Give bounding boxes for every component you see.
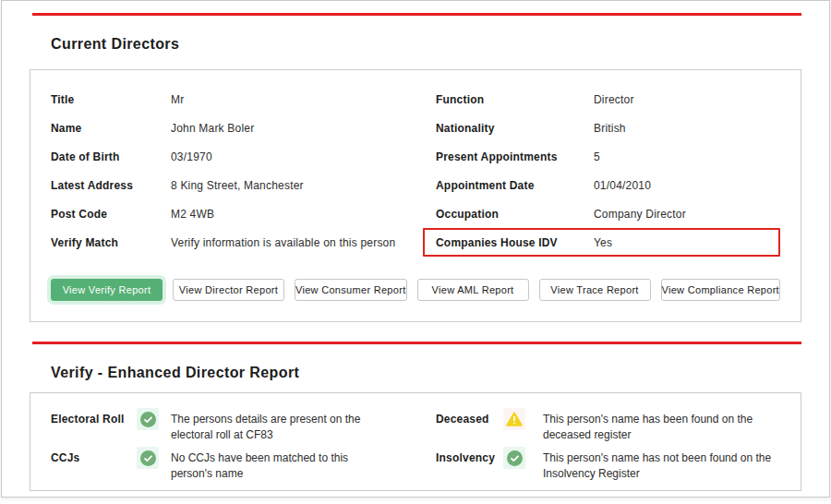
field-label: Nationality: [436, 122, 594, 135]
section-divider: [32, 13, 801, 16]
field-label: Post Code: [51, 208, 171, 221]
field-value: British: [594, 122, 626, 135]
field-label: Name: [51, 122, 171, 135]
field-label: Occupation: [436, 208, 594, 221]
check-text: The persons details are present on the e…: [171, 408, 385, 443]
field-label: Latest Address: [51, 179, 171, 192]
verify-section-title: Verify - Enhanced Director Report: [51, 365, 831, 381]
verify-report-panel: Electoral Roll The persons details are p…: [30, 392, 801, 491]
field-label: Function: [436, 93, 594, 106]
field-label: Present Appointments: [436, 150, 594, 163]
field-value: Director: [594, 93, 634, 106]
field-row-title: Title Mr: [51, 85, 436, 114]
check-label: Electoral Roll: [51, 408, 137, 426]
field-value: Mr: [171, 93, 184, 106]
director-fields: Title Mr Name John Mark Boler Date of Bi…: [51, 85, 780, 257]
field-value: 5: [594, 150, 600, 163]
check-row-electoral-roll: Electoral Roll The persons details are p…: [51, 408, 436, 443]
check-icon: [137, 447, 159, 469]
check-text: This person's name has not been found on…: [543, 447, 781, 482]
page-title: Current Directors: [51, 36, 831, 53]
report-buttons-row: View Verify Report View Director Report …: [51, 279, 780, 301]
field-row-verify-match: Verify Match Verify information is avail…: [51, 228, 436, 257]
checks-column-right: Deceased This person's name has been fou…: [436, 408, 781, 486]
field-row-name: Name John Mark Boler: [51, 114, 436, 142]
verify-checks: Electoral Roll The persons details are p…: [51, 408, 780, 486]
check-label: Insolvency: [436, 447, 503, 464]
field-label: Date of Birth: [51, 150, 171, 163]
check-label: Deceased: [436, 408, 503, 426]
check-label: CCJs: [51, 447, 137, 464]
view-director-report-button[interactable]: View Director Report: [173, 279, 284, 301]
fields-column-right: Function Director Nationality British Pr…: [436, 85, 780, 257]
field-row-occupation: Occupation Company Director: [436, 199, 780, 228]
check-text: This person's name has been found on the…: [543, 408, 781, 443]
check-icon: [137, 408, 159, 430]
field-value: John Mark Boler: [171, 122, 254, 135]
field-value: 03/1970: [171, 150, 212, 163]
field-row-latest-address: Latest Address 8 King Street, Manchester: [51, 171, 436, 199]
field-value: M2 4WB: [171, 208, 214, 221]
checks-column-left: Electoral Roll The persons details are p…: [51, 408, 436, 486]
field-row-date-of-birth: Date of Birth 03/1970: [51, 142, 436, 171]
check-row-ccjs: CCJs No CCJs have been matched to this p…: [51, 447, 436, 482]
field-row-function: Function Director: [436, 85, 780, 114]
check-row-deceased: Deceased This person's name has been fou…: [436, 408, 781, 443]
field-value: 01/04/2010: [594, 179, 651, 192]
field-label: Title: [51, 93, 171, 106]
field-row-nationality: Nationality British: [436, 114, 780, 142]
field-row-present-appointments: Present Appointments 5: [436, 142, 780, 171]
warning-icon: [503, 408, 525, 430]
field-label: Appointment Date: [436, 179, 594, 192]
field-row-companies-house-idv: Companies House IDV Yes: [423, 228, 780, 257]
fields-column-left: Title Mr Name John Mark Boler Date of Bi…: [51, 85, 436, 257]
field-row-appointment-date: Appointment Date 01/04/2010: [436, 171, 780, 199]
view-aml-report-button[interactable]: View AML Report: [417, 279, 529, 301]
field-row-post-code: Post Code M2 4WB: [51, 199, 436, 228]
view-verify-report-button[interactable]: View Verify Report: [51, 279, 163, 301]
field-value: Company Director: [594, 208, 686, 221]
field-value: 8 King Street, Manchester: [171, 179, 304, 192]
section-divider: [32, 342, 801, 344]
field-value: Yes: [594, 236, 612, 249]
field-label: Verify Match: [51, 236, 171, 249]
director-report-page: Current Directors Title Mr Name John Mar…: [0, 0, 831, 504]
view-trace-report-button[interactable]: View Trace Report: [539, 279, 651, 301]
field-value: Verify information is available on this …: [171, 236, 395, 249]
view-compliance-report-button[interactable]: View Compliance Report: [661, 279, 780, 301]
check-icon: [503, 447, 525, 469]
field-label: Companies House IDV: [436, 236, 594, 249]
director-details-panel: Title Mr Name John Mark Boler Date of Bi…: [30, 69, 801, 322]
check-row-insolvency: Insolvency This person's name has not be…: [436, 447, 781, 482]
check-text: No CCJs have been matched to this person…: [171, 447, 385, 482]
view-consumer-report-button[interactable]: View Consumer Report: [295, 279, 407, 301]
